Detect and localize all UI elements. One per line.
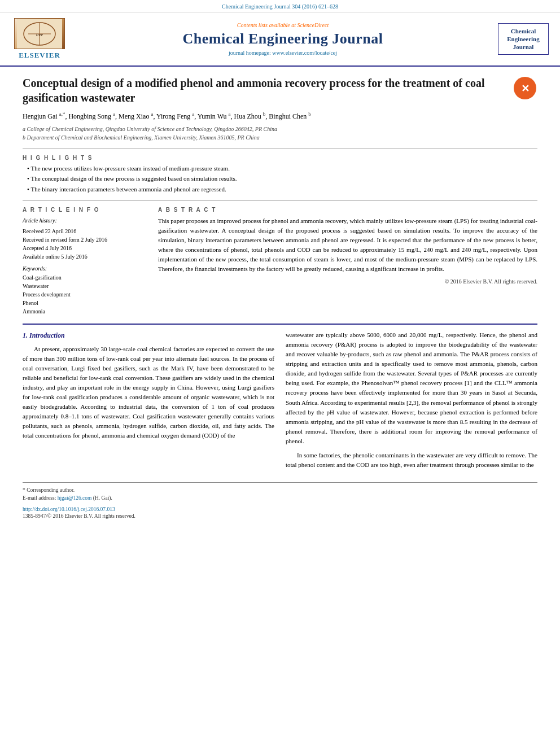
doi-link[interactable]: http://dx.doi.org/10.1016/j.cej.2016.07.… — [23, 506, 537, 512]
homepage-url[interactable]: www.elsevier.com/locate/cej — [272, 50, 337, 56]
affiliation-b: b Department of Chemical and Biochemical… — [23, 133, 537, 142]
highlight-item: The new process utilizes low-pressure st… — [27, 164, 537, 173]
footnote-section: * Corresponding author. E-mail address: … — [23, 482, 537, 519]
elsevier-wordmark: ELSEVIER — [19, 51, 60, 60]
issn-line: 1385-8947/© 2016 Elsevier B.V. All right… — [23, 513, 537, 519]
sciencedirect-link[interactable]: ScienceDirect — [297, 22, 329, 28]
keywords-title: Keywords: — [23, 265, 147, 272]
highlights-label: H I G H L I G H T S — [23, 155, 537, 161]
received-date: Received 22 April 2016 — [23, 227, 147, 235]
abstract-text: This paper proposes an improved process … — [158, 216, 537, 274]
introduction-heading: 1. Introduction — [23, 330, 274, 341]
keyword-phenol: Phenol — [23, 299, 147, 307]
abstract-column: A B S T R A C T This paper proposes an i… — [158, 207, 537, 316]
journal-header: tree ELSEVIER Contents lists available a… — [0, 12, 560, 67]
body-right-column: wastewater are typically above 5000, 600… — [286, 330, 537, 474]
highlights-section: H I G H L I G H T S The new process util… — [23, 155, 537, 194]
corresponding-author-note: * Corresponding author. — [23, 486, 537, 494]
journal-title: Chemical Engineering Journal — [77, 30, 489, 47]
crossmark-icon: ✕ — [514, 77, 536, 99]
divider-before-body — [23, 324, 537, 325]
body-left-column: 1. Introduction At present, approximatel… — [23, 330, 274, 474]
intro-paragraph-2: wastewater are typically above 5000, 600… — [286, 330, 537, 446]
publisher-logo-area: tree ELSEVIER — [11, 18, 68, 60]
affiliation-a: a College of Chemical Engineering, Qingd… — [23, 125, 537, 133]
accepted-date: Accepted 4 July 2016 — [23, 244, 147, 252]
article-info-column: A R T I C L E I N F O Article history: R… — [23, 207, 147, 316]
abstract-label: A B S T R A C T — [158, 207, 537, 213]
copyright-line: © 2016 Elsevier B.V. All rights reserved… — [158, 278, 537, 285]
article-title: Conceptual design of a modified phenol a… — [23, 76, 537, 105]
article-info-abstract-columns: A R T I C L E I N F O Article history: R… — [23, 207, 537, 316]
doi-section: http://dx.doi.org/10.1016/j.cej.2016.07.… — [23, 506, 537, 519]
article-info-label: A R T I C L E I N F O — [23, 207, 147, 213]
keyword-ammonia: Ammonia — [23, 307, 147, 316]
divider-after-highlights — [23, 200, 537, 201]
highlight-item: The binary interaction parameters betwee… — [27, 185, 537, 194]
crossmark[interactable]: ✕ — [513, 76, 537, 101]
authors-line: Hengjun Gai a,*, Hongbing Song a, Meng X… — [23, 111, 537, 121]
email-line: E-mail address: hjgai@126.com (H. Gai). — [23, 494, 537, 502]
keyword-coal-gasification: Coal-gasification — [23, 273, 147, 282]
journal-header-center: Contents lists available at ScienceDirec… — [77, 22, 489, 56]
main-content: Conceptual design of a modified phenol a… — [0, 67, 560, 528]
keywords-section: Keywords: Coal-gasification Wastewater P… — [23, 265, 147, 316]
email-link[interactable]: hjgai@126.com — [58, 495, 92, 501]
article-info-inner: Article history: Received 22 April 2016 … — [23, 216, 147, 261]
author-name: Hengjun Gai a,*, Hongbing Song a, Meng X… — [23, 112, 311, 120]
affiliations: a College of Chemical Engineering, Qingd… — [23, 125, 537, 142]
intro-paragraph-1: At present, approximately 30 large-scale… — [23, 344, 274, 440]
elsevier-logo-image: tree — [14, 18, 65, 49]
journal-homepage: journal homepage: www.elsevier.com/locat… — [77, 50, 489, 56]
svg-text:✕: ✕ — [521, 83, 530, 94]
body-columns: 1. Introduction At present, approximatel… — [23, 330, 537, 474]
journal-reference: Chemical Engineering Journal 304 (2016) … — [222, 3, 338, 10]
keyword-wastewater: Wastewater — [23, 282, 147, 290]
top-bar: Chemical Engineering Journal 304 (2016) … — [0, 0, 560, 12]
svg-text:tree: tree — [36, 32, 43, 37]
divider-after-affiliations — [23, 148, 537, 149]
elsevier-logo: tree ELSEVIER — [14, 18, 65, 60]
revised-date: Received in revised form 2 July 2016 — [23, 235, 147, 244]
history-label: Article history: — [23, 216, 147, 225]
intro-paragraph-3: In some factories, the phenolic contamin… — [286, 451, 537, 470]
sciencedirect-line: Contents lists available at ScienceDirec… — [77, 22, 489, 28]
highlights-list: The new process utilizes low-pressure st… — [23, 164, 537, 194]
journal-sidebar-title: Chemical Engineering Journal — [498, 23, 549, 55]
highlight-item: The conceptual design of the new process… — [27, 174, 537, 183]
available-date: Available online 5 July 2016 — [23, 252, 147, 261]
keyword-process-development: Process development — [23, 290, 147, 299]
